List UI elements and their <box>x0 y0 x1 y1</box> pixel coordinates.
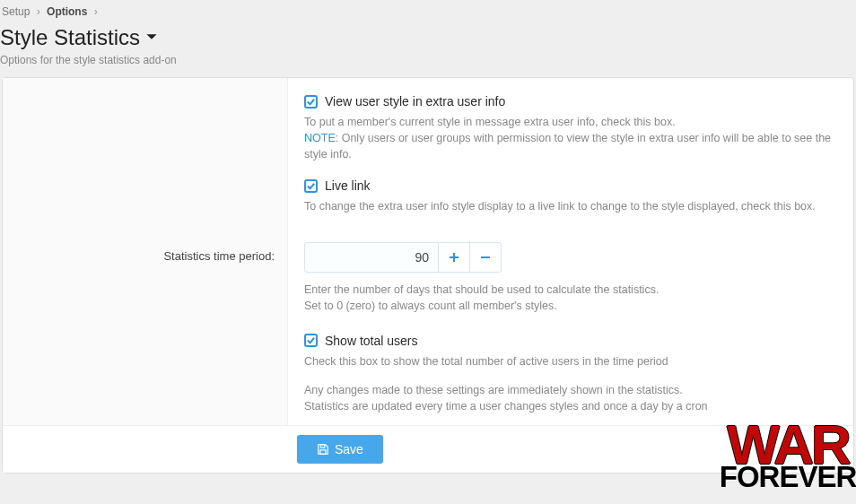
stats-period-input[interactable] <box>304 242 439 273</box>
option-label: Live link <box>325 178 371 193</box>
dropdown-caret-icon[interactable] <box>145 30 158 46</box>
minus-icon <box>480 252 491 263</box>
option-view-user-style[interactable]: View user style in extra user info <box>304 94 837 109</box>
stats-period-label: Statistics time period: <box>3 242 288 426</box>
svg-rect-1 <box>320 450 326 454</box>
svg-rect-0 <box>320 445 324 448</box>
page-title: Style Statistics <box>0 25 140 50</box>
label-col-empty <box>3 78 288 242</box>
option-show-total-users[interactable]: Show total users <box>304 334 837 348</box>
breadcrumb-separator: › <box>94 5 98 18</box>
checkbox-checked-icon[interactable] <box>304 179 318 193</box>
breadcrumb-setup-link[interactable]: Setup <box>2 5 30 18</box>
checkbox-checked-icon[interactable] <box>304 95 318 109</box>
option-label: Show total users <box>325 334 418 348</box>
option-description: To put a member's current style in messa… <box>304 114 837 162</box>
save-button-label: Save <box>335 442 363 456</box>
stepper-increment-button[interactable] <box>439 242 470 273</box>
save-button[interactable]: Save <box>297 435 383 464</box>
option-live-link[interactable]: Live link <box>304 178 837 193</box>
option-description: Enter the number of days that should be … <box>304 282 837 314</box>
option-description: To change the extra user info style disp… <box>304 198 837 214</box>
logo: WAR FOREVER <box>720 407 856 504</box>
note-prefix: NOTE: <box>304 132 338 144</box>
plus-icon <box>449 252 459 263</box>
stepper-decrement-button[interactable] <box>470 242 502 273</box>
save-icon <box>317 443 329 456</box>
page-subtitle: Options for the style statistics add-on <box>0 52 856 77</box>
logo-line-2: FOREVER <box>720 465 856 490</box>
checkbox-checked-icon[interactable] <box>304 334 318 347</box>
breadcrumb-options-link[interactable]: Options <box>47 5 87 18</box>
breadcrumb: Setup › Options › <box>0 0 856 22</box>
option-label: View user style in extra user info <box>325 94 505 109</box>
page-title-row: Style Statistics <box>0 22 856 52</box>
stats-period-stepper <box>304 242 837 273</box>
option-description: Check this box to show the total number … <box>304 353 837 369</box>
breadcrumb-separator: › <box>37 5 40 18</box>
